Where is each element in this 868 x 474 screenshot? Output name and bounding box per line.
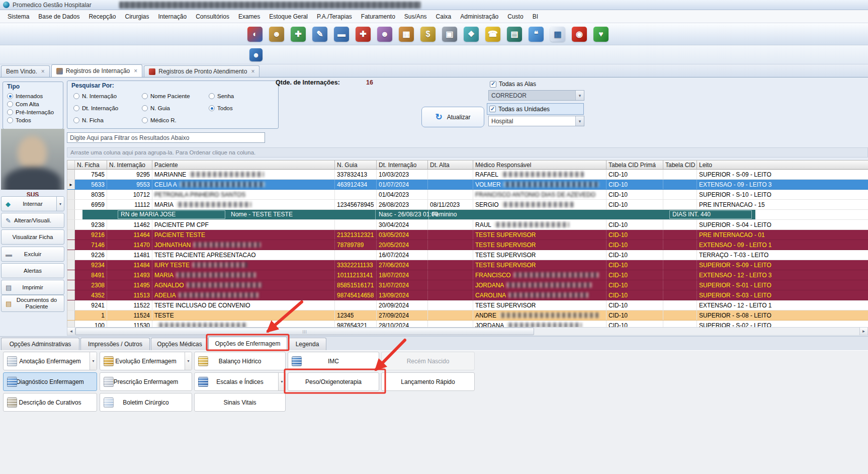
column-header-leito[interactable]: Leito <box>697 160 868 170</box>
boletim-cirurgico-button[interactable]: Boletim Cirúrgico <box>100 393 192 412</box>
column-header-dt-alta[interactable]: Dt. Alta <box>428 160 473 170</box>
menu-faturamento[interactable]: Faturamento <box>357 11 400 22</box>
medical-record-icon[interactable]: ✎ <box>312 27 327 42</box>
dropdown-arrow-icon[interactable] <box>56 197 64 211</box>
ala-select[interactable]: CORREDOR <box>488 90 584 101</box>
alertas-button[interactable]: Alertas <box>1 263 64 278</box>
logoff-icon[interactable]: ◐ <box>247 27 263 42</box>
finance-icon[interactable]: $ <box>420 27 436 42</box>
vitals-monitor-icon[interactable]: ♥ <box>593 27 609 42</box>
radio-internados[interactable]: Internados <box>7 93 54 99</box>
table-row[interactable]: 922611481TESTE PACIENTE APRESENTACAO16/0… <box>67 250 868 260</box>
column-header-n-ficha[interactable]: N. Ficha <box>75 160 107 170</box>
radio-senha[interactable]: Senha <box>209 93 234 99</box>
tab-impressoes-outros[interactable]: Impressões / Outros <box>80 338 150 350</box>
menu-sus-ans[interactable]: Sus/Ans <box>400 11 431 22</box>
evolucao-enfermagem-button[interactable]: Evolução Enfermagem <box>100 352 192 370</box>
close-tab-icon[interactable]: × <box>251 68 254 75</box>
tab-bem-vindo[interactable]: Bem Vindo.× <box>1 65 50 77</box>
tab-legenda[interactable]: Legenda <box>288 338 326 350</box>
radio-nome-paciente[interactable]: Nome Paciente <box>142 93 190 99</box>
imprimir-button[interactable]: ▤Imprimir <box>1 280 64 295</box>
peso-oxigenoterapia-button[interactable]: Peso/Oxigenoterapia <box>288 372 379 391</box>
dropdown-arrow-icon[interactable] <box>90 352 97 370</box>
column-header-n-guia[interactable]: N. Guia <box>335 160 377 170</box>
table-row[interactable]: 714611470JOHNATHAN7878978920/05/2024TEST… <box>67 240 868 250</box>
library-icon[interactable]: ▤ <box>507 27 522 42</box>
radio-todos[interactable]: Todos <box>209 105 233 111</box>
table-row[interactable]: 921611464PACIENTE TESTE2132131232103/05/… <box>67 230 868 240</box>
scrollbar-thumb[interactable]: ||| <box>75 328 534 335</box>
refresh-button[interactable]: ↻ Atualizar <box>421 107 484 127</box>
tab-opcoes-de-enfermagem[interactable]: Opções de Enfermagem <box>208 337 287 350</box>
column-header-paciente[interactable]: Paciente <box>152 160 335 170</box>
radio-n-internacao[interactable]: N. Internação <box>73 93 117 99</box>
scroll-left-button[interactable]: ◄ <box>67 328 75 335</box>
table-row[interactable]: 803510712PETRONILA PINHEIRO SANTOS01/04/… <box>67 190 868 200</box>
menu-estoque-geral[interactable]: Estoque Geral <box>265 11 312 22</box>
sinais-vitais-button[interactable]: Sinais Vitais <box>194 393 286 412</box>
menu-recepcao[interactable]: Recepção <box>84 11 120 22</box>
menu-administracao[interactable]: Administração <box>456 11 503 22</box>
menu-internacao[interactable]: Internação <box>153 11 191 22</box>
column-header-dt-internacao[interactable]: Dt. Internação <box>377 160 428 170</box>
tab-registros-de-internacao[interactable]: Registros de Internação× <box>51 64 142 77</box>
descricao-de-curativos-button[interactable]: Descrição de Curativos <box>3 393 97 412</box>
power-icon[interactable]: ◉ <box>572 27 587 42</box>
radio-pre-internacao[interactable]: Pré-Internação <box>7 109 54 115</box>
diagnostico-enfermagem-button[interactable]: Diagnóstico Enfermagem <box>3 372 97 391</box>
reports-icon[interactable]: ❖ <box>464 27 479 42</box>
doctor-icon[interactable]: ✚ <box>291 27 306 42</box>
lancamento-rapido-button[interactable]: Lançamento Rápido <box>381 372 475 391</box>
staff-icon[interactable]: ☻ <box>377 27 392 42</box>
todas-as-alas-checkbox[interactable]: Todas as Alas <box>490 81 536 88</box>
ambulance-icon[interactable]: ✚ <box>356 27 371 42</box>
hospital-bed-icon[interactable]: ▬ <box>334 27 349 42</box>
radio-n-guia[interactable]: N. Guia <box>142 105 170 111</box>
radio-dt-internacao[interactable]: Dt. Internação <box>73 105 118 111</box>
table-row[interactable]: 75459295MARIANNE33783241310/03/2023RAFAE… <box>67 170 868 180</box>
prescricao-enfermagem-button[interactable]: Prescrição Enfermagem <box>100 372 192 391</box>
anotacao-enfermagem-button[interactable]: Anotação Enfermagem <box>3 352 97 370</box>
menu-exames[interactable]: Exames <box>234 11 265 22</box>
imc-button[interactable]: IMC <box>288 352 379 370</box>
menu-p-a-terapias[interactable]: P.A./Terapias <box>312 11 357 22</box>
balanco-hidrico-button[interactable]: Balanço Hídrico <box>194 352 286 370</box>
column-header-n-internacao[interactable]: N. Internação <box>107 160 152 170</box>
tab-opcoes-medicas[interactable]: Opções Médicas <box>151 338 208 350</box>
menu-custo[interactable]: Custo <box>503 11 528 22</box>
table-row[interactable]: 695911112MARIA1234567894526/08/202308/11… <box>67 200 868 210</box>
alterar-visuali-button[interactable]: ✎Alterar/Visuali. <box>1 213 64 228</box>
menu-bi[interactable]: BI <box>528 11 543 22</box>
column-header-medico-responsavel[interactable]: Médico Responsável <box>473 160 606 170</box>
table-row[interactable]: 923811462PACIENTE PM CPF30/04/2024RAULCI… <box>67 220 868 230</box>
admission-shortcut-icon[interactable]: ☻ <box>249 48 263 61</box>
visualizar-ficha-button[interactable]: Visualizar Ficha <box>1 229 64 245</box>
table-row[interactable]: 1001153098765432128/10/2024JORDANACID-10… <box>67 321 868 327</box>
menu-consultorios[interactable]: Consultórios <box>191 11 234 22</box>
unidade-select[interactable]: Hospital <box>488 116 584 126</box>
scrollbar-track[interactable] <box>534 328 859 335</box>
safe-icon[interactable]: ▣ <box>442 27 457 42</box>
menu-caixa[interactable]: Caixa <box>431 11 456 22</box>
menu-cirurgias[interactable]: Cirurgias <box>120 11 153 22</box>
internar-button[interactable]: ◆Internar <box>1 196 64 211</box>
column-header-tabela-cid-prima[interactable]: Tabela CID Primá <box>606 160 663 170</box>
table-row[interactable]: 230811495AGNALDO8585151617131/07/2024JOR… <box>67 280 868 290</box>
chat-icon[interactable]: ❝ <box>529 27 544 42</box>
phone-icon[interactable]: ☎ <box>485 27 500 42</box>
tab-registros-de-pronto-atendimento[interactable]: Registros de Pronto Atendimento× <box>144 65 259 77</box>
filter-input[interactable] <box>67 132 265 143</box>
radio-n-ficha[interactable]: N. Ficha <box>73 117 104 123</box>
close-tab-icon[interactable]: × <box>134 67 137 74</box>
excluir-button[interactable]: ▬Excluir <box>1 247 64 262</box>
dropdown-arrow-icon[interactable] <box>278 373 285 390</box>
table-row[interactable]: 923411484IURY TESTE3332221113327/06/2024… <box>67 260 868 270</box>
table-row[interactable]: 56339553CELIA A46391243401/07/2024VOLMER… <box>67 180 868 190</box>
radio-com-alta[interactable]: Com Alta <box>7 101 54 107</box>
inventory-icon[interactable]: ▦ <box>399 27 414 42</box>
radio-medico-r[interactable]: Médico R. <box>142 117 177 123</box>
newborn-subrow[interactable]: RN de MARIA JOSENome - TESTE TESTENasc -… <box>67 210 868 220</box>
table-row[interactable]: 435211513ADELIA9874541465813/09/2024CARO… <box>67 290 868 300</box>
documentos-do-paciente-button[interactable]: ▤Documentos do Paciente <box>1 295 64 312</box>
